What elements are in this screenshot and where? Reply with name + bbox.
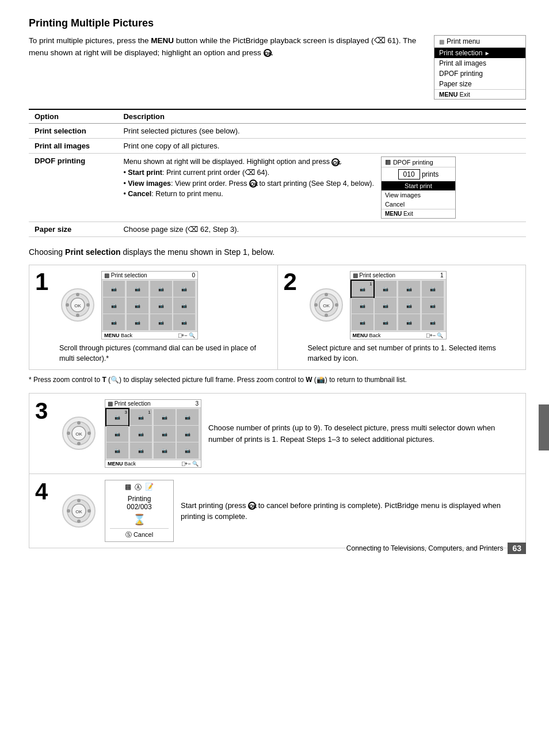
sm-header-1: ▩ Print selection 0: [102, 272, 197, 280]
menu-arrow: ►: [485, 50, 490, 56]
intro-block: To print multiple pictures, press the ME…: [29, 35, 526, 100]
sm-cell: 📷: [177, 442, 199, 459]
opt-print-selection: Print selection: [29, 124, 117, 139]
table-row: Print selection Print selected pictures …: [29, 124, 526, 139]
pb-cancel: Ⓢ Cancel: [110, 528, 169, 539]
dpof-item-view: View images: [382, 190, 455, 200]
step-4-inner: OK ▩ Ⓐ 📝 Printing 002/003 ⌛ Ⓢ Cancel: [60, 480, 520, 542]
steps-12: 1 OK: [29, 265, 526, 370]
dpof-footer: MENU Exit: [382, 209, 455, 218]
sm-cell: 📷: [173, 297, 195, 314]
step-1-text: Scroll through pictures (command dial ca…: [59, 343, 272, 364]
desc-paper-size: Choose page size (⌫ 62, Step 3).: [117, 222, 526, 237]
sm-cell: 📷: [352, 297, 373, 314]
menu-item-print-selection: Print selection ►: [434, 48, 525, 58]
svg-point-30: [67, 509, 70, 513]
svg-point-28: [77, 499, 81, 502]
sm-cell: 📷: [173, 314, 195, 330]
dpof-text: Menu shown at right will be displayed. H…: [123, 156, 374, 200]
sm-cell: 📷: [154, 442, 176, 459]
selection-mark: 1: [369, 281, 372, 287]
sm-cell-sel: 📷3: [106, 409, 128, 425]
step-3-number: 3: [35, 399, 54, 422]
sm-title-3: ▩ Print selection: [108, 400, 151, 407]
footer-line: Connecting to Televisions, Computers, an…: [346, 543, 526, 554]
dpof-prints: 010 prints: [382, 167, 455, 181]
pb-icon-1: ▩: [125, 483, 131, 492]
table-row: Print all images Print one copy of all p…: [29, 139, 526, 154]
sm-cell: 📷: [103, 281, 125, 297]
sm-cell: 📷: [154, 409, 176, 425]
svg-text:OK: OK: [74, 303, 81, 308]
sm-title-2: ▩ Print selection: [353, 272, 396, 278]
screen-mock-3: ▩ Print selection 3 📷3 📷1 📷 📷 📷 📷 📷 📷 📷 …: [105, 399, 201, 468]
camera-dial-2: OK: [308, 287, 345, 324]
step-3-inner: OK ▩ Print selection 3 📷3 📷1 📷 📷 📷: [60, 399, 520, 468]
sm-cell: 📷: [352, 314, 373, 330]
sm-cell: 📷: [398, 314, 420, 330]
page-footer: Connecting to Televisions, Computers, an…: [346, 543, 526, 554]
pb-hourglass: ⌛: [110, 513, 169, 526]
svg-point-22: [67, 432, 70, 435]
step-4-text: Start printing (press OK to cancel befor…: [181, 500, 520, 522]
sm-controls: ⎕+− 🔍: [178, 333, 195, 338]
pb-icon-3: 📝: [145, 483, 154, 492]
svg-point-7: [86, 303, 90, 307]
dpof-box: ▩ DPOF printing 010 prints Start print V…: [381, 156, 456, 219]
sm-cell: 📷: [103, 314, 125, 330]
sm-cell: 📷: [398, 281, 420, 297]
camera-dial-4: OK: [60, 492, 98, 530]
opt-paper-size: Paper size: [29, 222, 117, 237]
sm-cell: 📷: [150, 297, 172, 314]
svg-point-6: [66, 303, 69, 307]
pb-icon-2: Ⓐ: [135, 483, 142, 492]
sm-back: MENU Back: [104, 333, 132, 338]
sm-cell: 📷1: [130, 409, 152, 425]
step-2-row: OK ▩ Print selection 1: [308, 271, 520, 339]
svg-point-21: [77, 442, 81, 445]
camera-dial-3: OK: [60, 415, 98, 452]
svg-text:OK: OK: [75, 432, 82, 437]
dpof-item-cancel: Cancel: [382, 200, 455, 209]
desc-dpof: Menu shown at right will be displayed. H…: [117, 154, 526, 222]
opt-print-all: Print all images: [29, 139, 117, 154]
sm-cell: 📷: [130, 426, 152, 442]
svg-point-15: [335, 303, 338, 307]
ok-icon-4: OK: [248, 502, 256, 510]
step-2-number: 2: [284, 270, 297, 294]
step-4-number: 4: [35, 480, 54, 503]
step-2-text: Select picture and set number of prints …: [308, 343, 520, 364]
svg-point-14: [314, 303, 318, 307]
sm-cell: 📷: [375, 314, 396, 330]
sm-cell: 📷: [173, 281, 195, 297]
sm-cell: 📷: [127, 314, 148, 330]
svg-point-4: [76, 293, 79, 296]
options-table: Option Description Print selection Print…: [29, 109, 526, 237]
sm-grid-2: 📷1 📷 📷 📷 📷 📷 📷 📷 📷 📷 📷: [350, 280, 446, 331]
sm-cell: 📷: [154, 426, 176, 442]
svg-point-13: [325, 314, 328, 317]
svg-point-5: [76, 314, 79, 317]
sm-count-3: 3: [195, 400, 199, 407]
sm-title-1: ▩ Print selection: [104, 272, 147, 278]
sm-cell: 📷: [398, 297, 420, 314]
step-2: 2 OK: [277, 265, 526, 369]
dpof-title: DPOF printing: [393, 159, 433, 166]
svg-point-29: [77, 520, 81, 523]
screen-mock-2: ▩ Print selection 1 📷1 📷 📷 📷 📷 📷: [350, 271, 447, 339]
step-3-text: Choose number of prints (up to 9). To de…: [208, 422, 520, 445]
step-3: 3 OK ▩ Print selection 3 📷3: [29, 393, 526, 474]
table-row: Paper size Choose page size (⌫ 62, Step …: [29, 222, 526, 237]
dpof-item-start: Start print: [382, 181, 455, 190]
page-title: Printing Multiple Pictures: [29, 17, 526, 29]
sm-grid-1: 📷 📷 📷 📷 📷 📷 📷 📷 📷 📷 📷 📷: [102, 280, 197, 331]
pb-label: Printing: [110, 495, 169, 503]
svg-point-12: [325, 293, 328, 296]
footnote: * Press zoom control to T (🔍) to display…: [29, 375, 526, 385]
svg-point-20: [77, 421, 81, 425]
pb-icons: ▩ Ⓐ 📝: [110, 483, 169, 492]
sm-footer-2: MENU Back ⎕+− 🔍: [350, 331, 446, 339]
sm-cell: 📷: [103, 297, 125, 314]
sm-cell: 📷: [150, 281, 172, 297]
print-menu-footer: MENU Exit: [434, 89, 525, 99]
